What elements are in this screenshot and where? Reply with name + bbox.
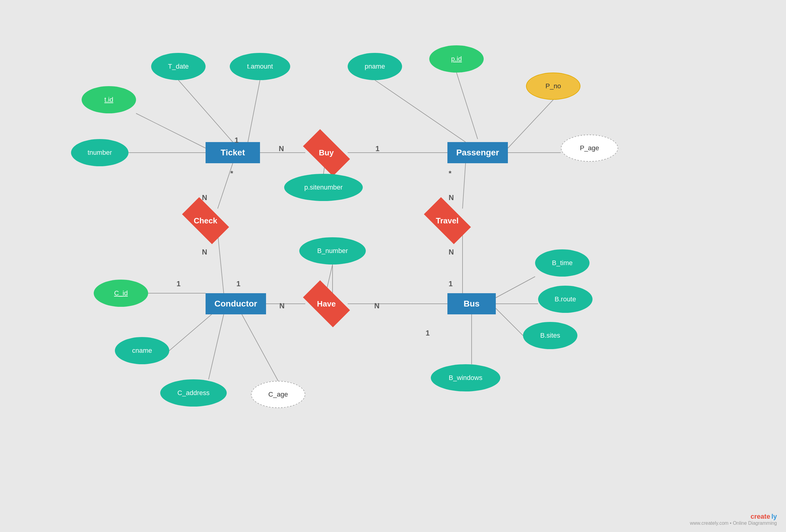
- entity-bus[interactable]: Bus: [447, 293, 496, 315]
- cardinality-check-n-bot: N: [202, 248, 207, 256]
- cardinality-have-n2: N: [374, 302, 379, 310]
- attribute-c-age[interactable]: C_age: [251, 381, 305, 408]
- svg-line-8: [508, 100, 553, 148]
- attribute-b-number-label: B_number: [317, 247, 348, 255]
- attribute-b-route[interactable]: B.route: [538, 286, 593, 313]
- cardinality-ticket-1: 1: [235, 136, 238, 144]
- svg-line-26: [326, 264, 332, 290]
- cardinality-ticket-star: *: [230, 169, 233, 178]
- entity-passenger[interactable]: Passenger: [447, 142, 508, 163]
- attribute-t-date-label: T_date: [168, 63, 189, 70]
- attribute-pname-label: pname: [365, 63, 385, 70]
- attribute-cname-label: cname: [132, 347, 152, 354]
- relationship-travel[interactable]: Travel: [424, 197, 471, 244]
- attribute-p-age-label: P_age: [580, 144, 599, 152]
- entity-ticket-label: Ticket: [221, 148, 245, 158]
- creately-url: www.creately.com • Online Diagramming: [690, 521, 777, 526]
- cardinality-check-n-top: N: [202, 193, 207, 202]
- attribute-b-time-label: B_time: [552, 259, 573, 267]
- diagram-canvas: Ticket Passenger Conductor Bus Buy Check…: [0, 0, 786, 532]
- attribute-b-number[interactable]: B_number: [299, 237, 366, 264]
- attribute-b-sites-label: B.sites: [540, 331, 560, 340]
- attribute-c-address-label: C_address: [178, 389, 209, 397]
- cardinality-bus-1-top: 1: [448, 280, 453, 288]
- svg-line-22: [496, 277, 535, 298]
- attribute-cname[interactable]: cname: [115, 337, 169, 364]
- entity-passenger-label: Passenger: [456, 148, 499, 158]
- cardinality-conductor-1b: 1: [236, 280, 240, 288]
- attribute-p-no-label: P_no: [545, 82, 561, 90]
- svg-line-0: [178, 80, 233, 142]
- attribute-p-sitenumber-label: p.sitenumber: [304, 184, 343, 191]
- cardinality-buy-n1: N: [279, 144, 284, 153]
- svg-line-1: [248, 80, 260, 142]
- cardinality-have-n: N: [279, 302, 284, 310]
- attribute-p-id-label: p.id: [451, 55, 462, 63]
- cardinality-passenger-star: *: [448, 169, 452, 178]
- relationship-check-label: Check: [194, 216, 217, 225]
- attribute-t-date[interactable]: T_date: [151, 53, 206, 80]
- attribute-t-id-label: t.id: [104, 96, 113, 104]
- relationship-buy-label: Buy: [319, 148, 334, 158]
- attribute-p-age[interactable]: P_age: [561, 135, 618, 162]
- attribute-b-windows[interactable]: B_windows: [431, 364, 500, 391]
- svg-line-7: [457, 72, 478, 139]
- svg-line-19: [169, 315, 212, 351]
- attribute-b-windows-label: B_windows: [448, 374, 482, 382]
- entity-ticket[interactable]: Ticket: [206, 142, 260, 163]
- cardinality-bus-1-bot: 1: [426, 329, 430, 337]
- relationship-have[interactable]: Have: [303, 280, 350, 327]
- svg-line-24: [496, 308, 523, 336]
- attribute-t-amount-label: t.amount: [247, 63, 273, 70]
- relationship-travel-label: Travel: [436, 216, 459, 225]
- attribute-t-amount[interactable]: t.amount: [230, 53, 290, 80]
- attribute-c-age-label: C_age: [269, 391, 288, 398]
- relationship-buy[interactable]: Buy: [303, 129, 350, 176]
- cardinality-conductor-1a: 1: [177, 280, 181, 288]
- attribute-c-id[interactable]: C_id: [94, 280, 148, 307]
- entity-conductor-label: Conductor: [214, 299, 257, 309]
- attribute-tnumber-label: tnumber: [88, 149, 112, 157]
- creately-badge: creately www.creately.com • Online Diagr…: [690, 513, 777, 526]
- attribute-p-id[interactable]: p.id: [429, 45, 484, 72]
- relationship-check[interactable]: Check: [182, 197, 229, 244]
- entity-bus-label: Bus: [464, 299, 480, 309]
- attribute-b-sites[interactable]: B.sites: [523, 322, 577, 349]
- relationship-have-label: Have: [317, 299, 336, 309]
- attribute-p-no[interactable]: P_no: [526, 72, 580, 100]
- connections-svg: [0, 0, 786, 532]
- attribute-b-time[interactable]: B_time: [535, 249, 590, 277]
- svg-line-11: [218, 233, 224, 293]
- svg-line-2: [136, 113, 206, 148]
- attribute-p-sitenumber[interactable]: p.sitenumber: [284, 174, 363, 201]
- cardinality-travel-n-bot: N: [448, 248, 454, 256]
- svg-line-12: [463, 163, 466, 209]
- svg-line-21: [242, 315, 278, 381]
- entity-conductor[interactable]: Conductor: [206, 293, 266, 315]
- cardinality-buy-1: 1: [375, 144, 379, 153]
- attribute-b-route-label: B.route: [555, 295, 576, 303]
- attribute-c-id-label: C_id: [114, 289, 128, 297]
- attribute-tnumber[interactable]: tnumber: [71, 139, 129, 166]
- svg-line-6: [375, 80, 466, 142]
- attribute-pname[interactable]: pname: [348, 53, 402, 80]
- attribute-t-id[interactable]: t.id: [82, 86, 136, 113]
- svg-line-20: [209, 315, 224, 379]
- cardinality-travel-n-top: N: [448, 193, 454, 202]
- attribute-c-address[interactable]: C_address: [160, 379, 227, 407]
